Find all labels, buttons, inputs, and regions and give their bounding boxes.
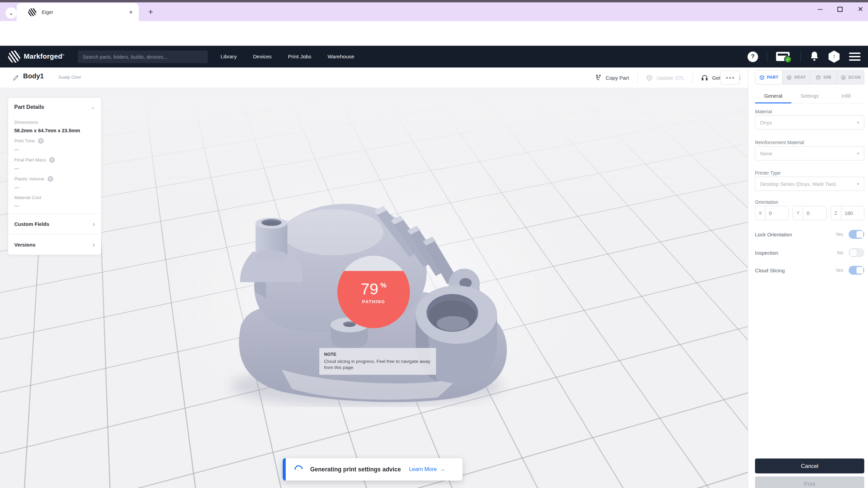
nav-link-devices[interactable]: Devices (253, 54, 271, 60)
printer-status-icon[interactable]: ✓ (776, 51, 792, 62)
arrow-right-icon: → (440, 466, 445, 472)
progress-stage: PATHING (362, 299, 385, 304)
new-tab-button[interactable]: + (145, 6, 156, 17)
custom-fields-section[interactable]: Custom Fields › (8, 213, 101, 234)
dimensions-value: 58.2mm x 64.7mm x 23.5mm (14, 128, 95, 133)
nav-separator (800, 51, 801, 62)
settings-panel: PART XRAY SIM SCAN General Settings Infi… (748, 67, 868, 488)
nav-link-warehouse[interactable]: Warehouse (327, 54, 354, 60)
versions-section[interactable]: Versions › (8, 234, 101, 255)
notifications-bell-icon[interactable] (810, 51, 819, 62)
caret-down-icon: ▾ (857, 181, 859, 187)
lock-orientation-toggle[interactable] (849, 230, 864, 239)
print-button[interactable]: Print (755, 476, 864, 488)
more-actions-button[interactable] (720, 71, 740, 85)
nav-link-print-jobs[interactable]: Print Jobs (288, 54, 312, 60)
printer-ok-check-icon: ✓ (784, 56, 792, 63)
lock-orientation-row: Lock Orientation Yes (755, 229, 864, 239)
material-label: Material (755, 109, 772, 114)
material-select[interactable]: Onyx▾ (755, 115, 864, 130)
cube-sim-icon (815, 75, 821, 80)
detail-row-material-cost: Material Cost --- (14, 195, 95, 209)
tab-close-icon[interactable]: × (129, 9, 133, 15)
cloud-slicing-row: Cloud Slicing Yes (755, 265, 864, 275)
eiger-app-window: ⌄ Eiger × + ─ ✕ eiger.io/solids/7052ae67… (0, 0, 868, 488)
help-icon[interactable]: ? (38, 138, 44, 144)
browser-titlebar: ⌄ Eiger × + ─ ✕ (0, 2, 868, 21)
help-icon[interactable]: ? (48, 176, 53, 182)
maximize-button[interactable] (837, 7, 843, 12)
cube-icon (646, 74, 653, 81)
toast-message: Generating print settings advice (310, 466, 401, 473)
tab-scan[interactable]: SCAN (837, 71, 864, 84)
action-separator (637, 73, 638, 83)
edit-name-pencil-icon[interactable] (12, 74, 20, 81)
markforged-logo-icon[interactable] (8, 51, 20, 63)
reinforcement-material-label: Reinforcement Material (755, 140, 804, 145)
cube-scan-icon (841, 75, 846, 80)
print-advice-toast: Generating print settings advice Learn M… (283, 458, 463, 481)
help-icon[interactable]: ? (748, 52, 758, 62)
orientation-z-input[interactable]: Z 180 (831, 206, 864, 220)
note-title: NOTE (324, 352, 431, 357)
window-edge (0, 0, 868, 2)
markforged-brand[interactable]: Markforged® (24, 52, 64, 60)
help-icon[interactable]: ? (49, 157, 55, 163)
tab-search-chevron-icon[interactable]: ⌄ (5, 7, 17, 19)
reinforcement-material-select[interactable]: None▾ (755, 146, 864, 160)
progress-value: 79 (361, 281, 378, 297)
part-details-header[interactable]: Part Details ⌄ (8, 98, 101, 113)
slicing-progress-indicator: 79 % PATHING (337, 256, 410, 328)
cube-icon (759, 75, 765, 80)
browser-tab[interactable]: Eiger × (17, 3, 139, 21)
markforged-navbar: Markforged® Search parts, folders, build… (0, 46, 868, 67)
copy-part-button[interactable]: Copy Part (595, 74, 629, 81)
part-details-title: Part Details (14, 104, 44, 110)
view-mode-tabs: PART XRAY SIM SCAN (755, 70, 864, 84)
action-separator (693, 73, 693, 83)
chevron-down-icon[interactable]: ⌄ (91, 104, 95, 110)
branch-icon (595, 74, 602, 81)
part-details-card: Part Details ⌄ Dimensions 58.2mm x 64.7m… (8, 97, 101, 255)
upload-hexagon-icon[interactable]: ↑ (828, 51, 840, 63)
printer-type-label: Printer Type (755, 170, 780, 176)
tab-part[interactable]: PART (755, 71, 782, 84)
subtab-infill[interactable]: Infill (828, 89, 864, 103)
progress-unit: % (380, 281, 386, 289)
close-button[interactable]: ✕ (857, 5, 863, 13)
cancel-button[interactable]: Cancel (755, 458, 864, 473)
printer-type-select[interactable]: Desktop Series (Onyx, Mark Two)▾ (755, 177, 864, 191)
inspection-toggle[interactable] (849, 248, 864, 257)
part-owner: Sualp Ozel (58, 75, 81, 80)
caret-down-icon: ▾ (857, 151, 859, 156)
detail-row-dimensions: Dimensions 58.2mm x 64.7mm x 23.5mm (14, 120, 95, 133)
nav-separator (767, 51, 767, 62)
subtab-settings[interactable]: Settings (791, 89, 828, 103)
tab-sim[interactable]: SIM (810, 71, 837, 84)
cloud-slicing-toggle[interactable] (849, 266, 864, 275)
orientation-y-input[interactable]: Y 0 (793, 206, 826, 220)
orientation-label: Orientation (755, 199, 778, 205)
minimize-button[interactable]: ─ (818, 5, 823, 13)
global-search-input[interactable]: Search parts, folders, builds, devices..… (78, 51, 208, 63)
settings-subtabs: General Settings Infill (755, 89, 864, 103)
orientation-inputs: X 0 Y 0 Z 180 (755, 206, 864, 220)
nav-link-library[interactable]: Library (221, 54, 237, 60)
orientation-x-input[interactable]: X 0 (755, 206, 789, 220)
inspection-row: Inspection No (755, 248, 864, 258)
subtab-general[interactable]: General (755, 89, 791, 103)
loading-spinner-icon (293, 464, 304, 475)
detail-row-final-part-mass: Final Part Mass ? --- (14, 157, 95, 171)
viewport-3d[interactable]: 79 % PATHING NOTE Cloud slicing in progr… (0, 88, 748, 488)
learn-more-link[interactable]: Learn More → (409, 466, 445, 472)
page-title: Body1 (23, 72, 44, 80)
update-stl-button[interactable]: Update STL (646, 74, 685, 81)
toast-accent-bar (283, 458, 286, 481)
cloud-slicing-note: NOTE Cloud slicing in progress. Feel fre… (319, 348, 436, 375)
chevron-right-icon: › (93, 241, 95, 248)
tab-title: Eiger (42, 9, 53, 15)
eiger-favicon-icon (28, 8, 36, 16)
tab-xray[interactable]: XRAY (782, 71, 809, 84)
headset-icon (701, 74, 708, 81)
app-menu-icon[interactable] (849, 53, 861, 61)
